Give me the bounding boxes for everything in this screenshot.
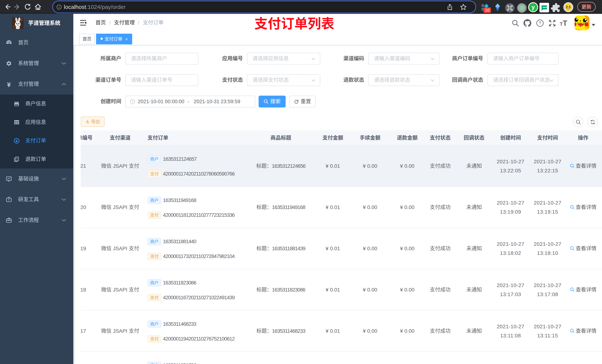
svg-text:?: ? — [539, 21, 541, 26]
svg-text:y: y — [531, 4, 535, 10]
svg-text:¥: ¥ — [16, 138, 18, 143]
